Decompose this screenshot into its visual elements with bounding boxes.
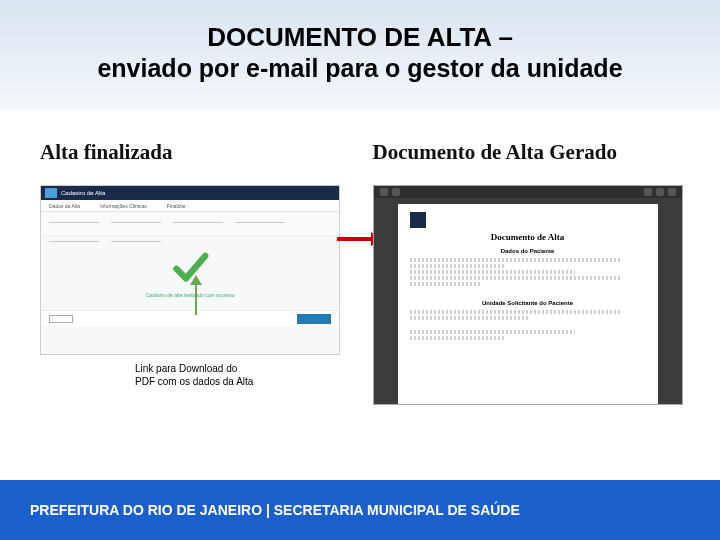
tab-item[interactable]: Dados da Alta	[49, 203, 80, 209]
text-line	[410, 258, 622, 262]
text-line	[410, 330, 575, 334]
toolbar-button-icon[interactable]	[644, 188, 652, 196]
filter-row	[41, 212, 339, 236]
left-heading: Alta finalizada	[40, 140, 363, 165]
filter-field[interactable]	[111, 216, 161, 223]
filter-field[interactable]	[49, 235, 99, 242]
doc-section-heading: Unidade Solicitante do Paciente	[410, 300, 646, 306]
filter-field[interactable]	[49, 216, 99, 223]
toolbar-button-icon[interactable]	[668, 188, 676, 196]
text-line	[410, 270, 575, 274]
svg-marker-1	[190, 275, 202, 285]
app-title: Cadastro de Alta	[61, 190, 105, 196]
filter-field[interactable]	[235, 216, 285, 223]
toolbar-button-icon[interactable]	[656, 188, 664, 196]
doc-title: Documento de Alta	[410, 232, 646, 242]
arrow-up-icon	[188, 275, 204, 319]
right-heading: Documento de Alta Gerado	[373, 140, 696, 165]
text-line	[410, 336, 504, 340]
title-line-1: DOCUMENTO DE ALTA –	[30, 22, 690, 53]
back-button[interactable]	[49, 315, 73, 323]
doc-section-heading: Dados do Paciente	[410, 248, 646, 254]
text-line	[410, 282, 481, 286]
rio-logo-icon	[45, 188, 57, 198]
tab-row: Dados da Alta Informações Clínicas Final…	[41, 200, 339, 212]
tab-item[interactable]: Finalizar	[167, 203, 186, 209]
next-button[interactable]	[297, 314, 331, 324]
tab-item[interactable]: Informações Clínicas	[100, 203, 147, 209]
filter-field[interactable]	[111, 235, 161, 242]
content-row: Alta finalizada Cadastro de Alta Dados d…	[0, 110, 720, 480]
title-line-2: enviado por e-mail para o gestor da unid…	[30, 53, 690, 83]
screenshot-right: Documento de Alta Dados do Paciente Unid…	[373, 185, 683, 405]
slide-header: DOCUMENTO DE ALTA – enviado por e-mail p…	[0, 0, 720, 110]
download-caption: Link para Download do PDF com os dados d…	[135, 363, 255, 388]
filter-field[interactable]	[173, 216, 223, 223]
pdf-toolbar	[374, 186, 682, 198]
text-line	[410, 264, 504, 268]
right-column: Documento de Alta Gerado	[373, 140, 696, 470]
slide-footer: PREFEITURA DO RIO DE JANEIRO | SECRETARI…	[0, 480, 720, 540]
pdf-page-wrap: Documento de Alta Dados do Paciente Unid…	[374, 198, 682, 404]
footer-text: PREFEITURA DO RIO DE JANEIRO | SECRETARI…	[30, 502, 520, 518]
text-line	[410, 310, 622, 314]
text-line	[410, 316, 528, 320]
left-column: Alta finalizada Cadastro de Alta Dados d…	[40, 140, 363, 470]
screenshot-left: Cadastro de Alta Dados da Alta Informaçõ…	[40, 185, 340, 355]
toolbar-button-icon[interactable]	[392, 188, 400, 196]
toolbar-button-icon[interactable]	[380, 188, 388, 196]
pdf-page: Documento de Alta Dados do Paciente Unid…	[398, 204, 658, 404]
app-header-bar: Cadastro de Alta	[41, 186, 339, 200]
rio-logo-icon	[410, 212, 426, 228]
slide: DOCUMENTO DE ALTA – enviado por e-mail p…	[0, 0, 720, 540]
text-line	[410, 276, 622, 280]
